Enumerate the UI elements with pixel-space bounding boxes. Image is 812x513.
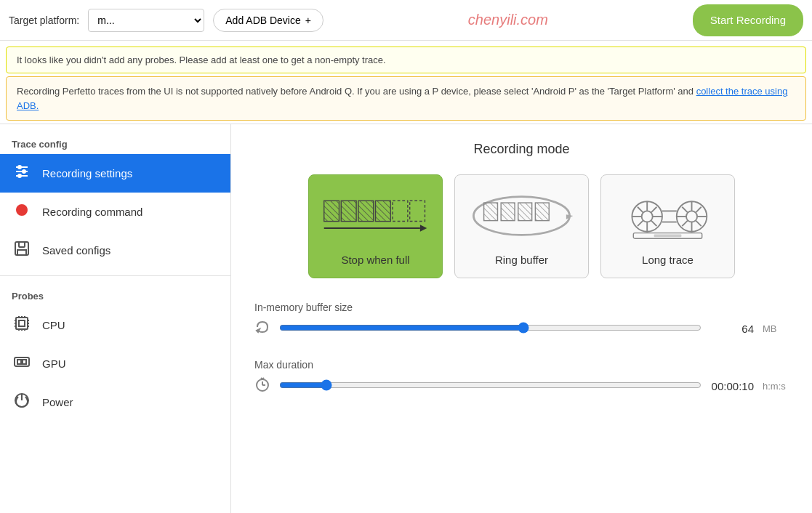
svg-point-5	[18, 174, 21, 177]
probe-warning-alert: It looks like you didn't add any probes.…	[6, 47, 806, 73]
svg-rect-40	[484, 203, 498, 221]
svg-line-53	[638, 220, 643, 226]
sidebar: Trace config Recording settings	[0, 124, 231, 513]
platform-select[interactable]: m...	[88, 9, 204, 32]
max-duration-unit: h:m:s	[763, 381, 789, 392]
trace-config-title: Trace config	[0, 130, 230, 154]
svg-line-72	[262, 378, 264, 379]
sidebar-recording-command-label: Recording command	[42, 206, 142, 218]
svg-rect-33	[376, 201, 391, 221]
svg-line-52	[651, 206, 657, 212]
android-warning-alert: Recording Perfetto traces from the UI is…	[6, 76, 806, 121]
buffer-size-label: In-memory buffer size	[254, 302, 789, 313]
max-duration-label: Max duration	[254, 359, 789, 371]
max-duration-value: 00:00:10	[710, 380, 754, 392]
sidebar-item-gpu[interactable]: GPU	[0, 344, 230, 383]
sidebar-item-recording-settings[interactable]: Recording settings	[0, 154, 230, 193]
mode-card-stop-when-full[interactable]: Stop when full	[308, 174, 443, 278]
ring-buffer-illustration	[467, 187, 576, 245]
svg-point-46	[642, 211, 653, 222]
svg-point-6	[16, 204, 28, 216]
body-area: Trace config Recording settings	[0, 124, 812, 513]
svg-marker-69	[257, 329, 260, 332]
svg-point-56	[686, 211, 697, 222]
record-icon	[12, 201, 32, 222]
svg-line-54	[651, 220, 657, 226]
power-icon	[12, 392, 32, 413]
buffer-size-icon	[254, 319, 270, 339]
long-trace-illustration	[613, 187, 723, 245]
buffer-size-section: In-memory buffer size 64 MB	[254, 302, 789, 339]
buffer-size-value: 64	[710, 323, 754, 335]
svg-rect-35	[410, 201, 425, 221]
svg-rect-11	[19, 320, 25, 326]
recording-mode-title: Recording mode	[254, 142, 789, 157]
max-duration-section: Max duration 00:00:10	[254, 359, 789, 396]
probes-title: Probes	[0, 282, 230, 306]
cpu-icon	[12, 315, 32, 336]
mode-cards: Stop when full	[254, 174, 789, 278]
svg-rect-30	[324, 201, 339, 221]
svg-rect-32	[358, 201, 374, 221]
svg-rect-34	[393, 201, 408, 221]
svg-rect-43	[535, 203, 549, 221]
start-recording-button[interactable]: Start Recording	[693, 4, 803, 36]
long-trace-label: Long trace	[613, 254, 723, 266]
svg-line-64	[696, 220, 702, 226]
svg-line-63	[682, 220, 688, 226]
target-platform-label: Target platform:	[9, 15, 79, 26]
add-adb-label: Add ADB Device	[225, 15, 301, 26]
mode-card-long-trace[interactable]: Long trace	[600, 174, 735, 278]
buffer-size-unit: MB	[763, 323, 789, 334]
buffer-size-slider-row: 64 MB	[254, 319, 789, 339]
svg-marker-37	[420, 225, 427, 231]
sidebar-item-saved-configs[interactable]: Saved configs	[0, 231, 230, 270]
add-adb-plus: +	[305, 15, 311, 26]
max-duration-slider[interactable]	[279, 379, 702, 391]
sidebar-item-cpu[interactable]: CPU	[0, 306, 230, 344]
svg-rect-42	[518, 203, 532, 221]
sidebar-item-power[interactable]: Power	[0, 383, 230, 421]
svg-line-61	[682, 206, 688, 212]
svg-point-3	[18, 166, 21, 169]
svg-rect-10	[16, 318, 28, 329]
content-panel: Recording mode	[231, 124, 812, 513]
mode-card-ring-buffer[interactable]: Ring buffer	[454, 174, 589, 278]
add-adb-button[interactable]: Add ADB Device +	[213, 9, 323, 32]
sidebar-gpu-label: GPU	[42, 358, 66, 370]
svg-rect-8	[19, 242, 25, 247]
probe-warning-text: It looks like you didn't add any probes.…	[17, 54, 386, 65]
top-bar: Target platform: m... Add ADB Device + c…	[0, 0, 812, 41]
sidebar-saved-configs-label: Saved configs	[42, 244, 110, 256]
svg-rect-9	[17, 250, 26, 255]
svg-line-62	[696, 206, 702, 212]
sidebar-cpu-label: CPU	[42, 319, 65, 331]
svg-rect-31	[341, 201, 356, 221]
ring-buffer-label: Ring buffer	[467, 254, 576, 266]
duration-icon	[254, 376, 270, 396]
sidebar-item-recording-command[interactable]: Recording command	[0, 193, 230, 231]
alerts-area: It looks like you didn't add any probes.…	[0, 41, 812, 124]
svg-rect-68	[654, 234, 682, 237]
svg-line-51	[638, 206, 643, 212]
stop-when-full-illustration	[321, 187, 430, 245]
save-icon	[12, 240, 32, 261]
watermark: chenyili.com	[468, 12, 548, 28]
sidebar-power-label: Power	[42, 396, 73, 408]
svg-rect-41	[501, 203, 515, 221]
svg-rect-26	[23, 360, 26, 364]
gpu-icon	[12, 353, 32, 374]
settings-icon	[12, 163, 32, 184]
sidebar-divider	[0, 275, 230, 276]
android-warning-part1: Recording Perfetto traces from the UI is…	[17, 86, 696, 97]
max-duration-slider-row: 00:00:10 h:m:s	[254, 376, 789, 396]
stop-when-full-label: Stop when full	[321, 254, 430, 266]
svg-rect-25	[17, 360, 21, 364]
buffer-size-slider[interactable]	[279, 322, 702, 334]
sidebar-recording-settings-label: Recording settings	[42, 167, 132, 179]
svg-point-4	[23, 170, 25, 173]
